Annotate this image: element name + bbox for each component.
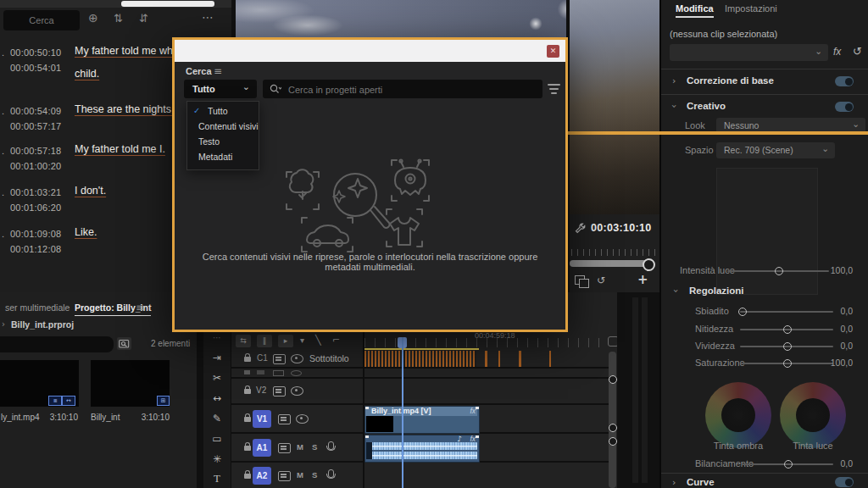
linked-selection-button[interactable]: ‖ <box>257 335 272 347</box>
collapse-all-icon[interactable]: ⇵ <box>139 12 148 25</box>
caption-block[interactable] <box>498 351 500 367</box>
tab-impostazioni[interactable]: Impostazioni <box>725 3 777 14</box>
voiceover-mic-icon[interactable] <box>328 441 334 450</box>
slip-tool-icon[interactable]: ↔ <box>203 392 231 404</box>
track-header-a2[interactable]: A2 M S <box>231 463 363 488</box>
section-correzione-di-base[interactable]: Correzione di base <box>687 75 774 86</box>
chevron-down-icon[interactable]: › <box>670 289 682 292</box>
slider-value[interactable]: 0,0 <box>824 324 853 334</box>
type-tool-icon[interactable]: T <box>203 472 231 485</box>
track-resize-handle[interactable] <box>609 424 617 432</box>
track-select-tool-icon[interactable]: ⇥ <box>203 352 231 363</box>
solo-button[interactable]: S <box>312 470 317 480</box>
track-visibility-icon[interactable] <box>296 414 309 424</box>
track-visibility-icon[interactable] <box>291 386 303 396</box>
hand-tool-icon[interactable]: ✳ <box>203 453 231 465</box>
dialog-close-button[interactable]: ✕ <box>547 45 559 58</box>
transcript-text[interactable]: child. <box>75 68 99 80</box>
mute-button[interactable]: M <box>297 470 303 480</box>
track-resize-handle[interactable] <box>609 437 617 446</box>
menu-item-testo[interactable]: Testo <box>187 134 259 149</box>
transcript-text[interactable]: Like. <box>75 226 97 238</box>
voiceover-mic-icon[interactable] <box>328 469 334 478</box>
slider-handle[interactable] <box>783 359 792 368</box>
menu-item-contenuti-visivi[interactable]: Contenuti visivi <box>187 119 259 134</box>
lock-icon[interactable] <box>244 474 251 479</box>
pen-line-icon[interactable]: ╲ <box>315 335 321 346</box>
project-item-name[interactable]: Billy_int <box>91 413 120 422</box>
slider-track[interactable] <box>740 329 833 330</box>
transcript-text[interactable]: I don't. <box>75 185 106 197</box>
slider-track[interactable] <box>727 270 829 272</box>
project-item-name[interactable]: ly_int.mp4 <box>1 413 40 422</box>
caption-blocks[interactable] <box>364 351 476 367</box>
lock-icon[interactable] <box>244 417 251 422</box>
project-search-input[interactable] <box>0 336 114 352</box>
track-output-icon[interactable] <box>278 443 291 453</box>
track-target-v1[interactable]: V1 <box>253 410 271 428</box>
chevron-right-icon[interactable]: › <box>672 75 676 86</box>
slider-handle[interactable] <box>784 460 793 469</box>
slider-value[interactable]: 0,0 <box>824 458 853 469</box>
filter-icon[interactable] <box>548 83 561 95</box>
slider-value[interactable]: 0,0 <box>824 306 853 316</box>
panel-menu-icon[interactable]: ≡ <box>214 65 222 77</box>
tab-media-browser[interactable]: ser multimediale <box>5 302 70 313</box>
tab-modifica[interactable]: Modifica <box>676 3 714 18</box>
marker-bracket-icon[interactable]: ⌐ <box>332 335 340 346</box>
add-caption-icon[interactable]: ⊕ <box>88 11 98 25</box>
monitor-mini-ruler[interactable] <box>571 249 658 256</box>
slider-handle[interactable] <box>738 308 747 316</box>
video-clip[interactable]: Billy_int.mp4 [V] fx <box>364 406 480 434</box>
basic-correction-toggle[interactable] <box>835 76 854 86</box>
program-timecode[interactable]: 00:03:10:10 <box>591 222 651 234</box>
lock-icon[interactable] <box>244 357 251 362</box>
playhead-line[interactable] <box>402 337 403 488</box>
dialog-search-input[interactable] <box>287 80 536 99</box>
work-area-bar[interactable] <box>364 348 479 350</box>
section-regolazioni[interactable]: Regolazioni <box>689 286 744 296</box>
scope-dropdown[interactable]: Tutto ⌄ <box>184 80 257 98</box>
shadow-tint-wheel[interactable] <box>705 382 771 448</box>
track-resize-handle[interactable] <box>609 375 617 384</box>
track-output-icon[interactable] <box>278 414 291 424</box>
vertical-scrollbar[interactable] <box>609 352 616 488</box>
project-item[interactable]: ≣ ↔ <box>0 360 79 407</box>
project-breadcrumb[interactable]: Billy_int.prproj <box>11 319 74 330</box>
clip-selector-dropdown[interactable]: ⌄ <box>670 44 828 61</box>
section-curve[interactable]: Curve <box>687 477 715 487</box>
chevron-right-icon[interactable]: › <box>672 477 676 488</box>
track-target-a2[interactable]: A2 <box>253 467 271 485</box>
track-output-icon[interactable] <box>273 354 286 364</box>
zoom-bar-handle[interactable] <box>643 258 655 271</box>
slider-track[interactable] <box>740 311 833 313</box>
add-marker-button[interactable]: ▸ <box>278 335 293 347</box>
track-output-icon[interactable] <box>278 471 291 481</box>
caption-block[interactable] <box>485 351 487 367</box>
fx-icon[interactable]: fx <box>833 46 841 58</box>
dialog-search-field[interactable] <box>263 80 542 98</box>
dialog-title-bar[interactable]: ✕ <box>175 40 565 62</box>
track-header-collapsed[interactable] <box>231 369 363 377</box>
lock-icon[interactable] <box>244 389 251 394</box>
slider-track[interactable] <box>742 463 833 465</box>
look-preview-thumbnail[interactable] <box>716 168 818 295</box>
menu-item-metadati[interactable]: Metadati <box>187 149 259 164</box>
slider-handle[interactable] <box>783 325 792 334</box>
tools-more-icon[interactable]: ⋯ <box>203 333 231 342</box>
highlight-tint-wheel[interactable] <box>780 382 846 448</box>
more-options-icon[interactable]: ⋯ <box>202 10 214 24</box>
rectangle-tool-icon[interactable]: ▭ <box>203 433 231 445</box>
track-id[interactable]: V2 <box>256 385 266 395</box>
track-header-a1[interactable]: A1 M S <box>231 434 363 461</box>
mute-button[interactable]: M <box>297 442 303 452</box>
transcript-search-input[interactable] <box>3 10 80 30</box>
track-header-v2[interactable]: V2 <box>231 379 363 403</box>
section-creativo[interactable]: Creativo <box>687 101 726 111</box>
colorspace-dropdown[interactable]: Rec. 709 (Scene) ⌄ <box>716 142 835 158</box>
chevron-down-icon[interactable]: › <box>669 104 680 108</box>
export-frame-icon[interactable]: ↺ <box>597 274 605 286</box>
search-bin-button[interactable] <box>117 337 131 350</box>
caption-block[interactable] <box>519 351 521 367</box>
snap-toggle-button[interactable]: ⇆ <box>236 335 251 347</box>
